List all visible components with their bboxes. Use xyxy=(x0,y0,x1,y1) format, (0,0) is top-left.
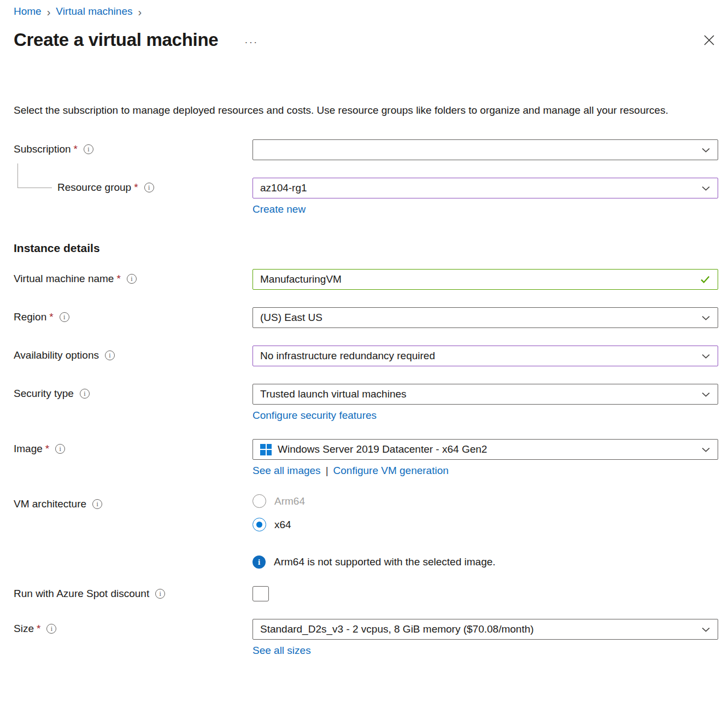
breadcrumb-separator-icon: › xyxy=(47,6,51,17)
chevron-down-icon xyxy=(701,625,711,634)
subscription-label-group: Subscription * xyxy=(14,139,253,155)
required-asterisk: * xyxy=(134,182,138,194)
see-all-sizes-link[interactable]: See all sizes xyxy=(253,645,311,657)
resource-group-label: Resource group xyxy=(57,182,131,194)
vm-name-input[interactable] xyxy=(260,273,694,285)
vm-name-field[interactable] xyxy=(253,269,718,290)
chevron-down-icon xyxy=(701,313,711,323)
security-type-label-group: Security type xyxy=(14,384,253,400)
windows-logo-icon xyxy=(260,444,272,455)
subscription-dropdown[interactable] xyxy=(253,139,718,160)
security-type-row: Security type Trusted launch virtual mac… xyxy=(14,384,718,422)
breadcrumb-separator-icon: › xyxy=(138,6,142,17)
title-row: Create a virtual machine ··· xyxy=(14,30,718,50)
spot-discount-row: Run with Azure Spot discount xyxy=(14,586,718,601)
required-asterisk: * xyxy=(45,443,49,455)
image-label-group: Image * xyxy=(14,439,253,455)
vm-architecture-row: VM architecture Arm64 x64 Arm64 is not s… xyxy=(14,494,718,569)
size-dropdown[interactable]: Standard_D2s_v3 - 2 vcpus, 8 GiB memory … xyxy=(253,619,718,640)
breadcrumb-virtual-machines-link[interactable]: Virtual machines xyxy=(56,5,132,17)
region-dropdown[interactable]: (US) East US xyxy=(253,307,718,328)
subscription-row: Subscription * xyxy=(14,139,718,160)
radio-x64-label: x64 xyxy=(274,519,291,531)
image-row: Image * Windows Server 2019 Datacenter -… xyxy=(14,439,718,477)
breadcrumb: Home › Virtual machines › xyxy=(14,4,718,19)
vm-architecture-label-group: VM architecture xyxy=(14,494,253,510)
vm-architecture-label: VM architecture xyxy=(14,498,86,510)
availability-options-label-group: Availability options xyxy=(14,346,253,361)
size-label-group: Size * xyxy=(14,619,253,635)
radio-x64[interactable]: x64 xyxy=(253,518,718,531)
create-vm-form: Subscription * Resource group * xyxy=(14,139,718,657)
security-type-value: Trusted launch virtual machines xyxy=(260,388,407,400)
close-button[interactable] xyxy=(701,32,717,48)
required-asterisk: * xyxy=(37,623,40,635)
image-dropdown[interactable]: Windows Server 2019 Datacenter - x64 Gen… xyxy=(253,439,718,460)
breadcrumb-home-link[interactable]: Home xyxy=(14,5,42,17)
radio-arm64-label: Arm64 xyxy=(274,495,305,507)
info-icon[interactable] xyxy=(46,624,56,634)
valid-check-icon xyxy=(700,274,711,285)
configure-security-features-link[interactable]: Configure security features xyxy=(253,410,377,422)
info-filled-icon xyxy=(253,555,266,569)
image-value: Windows Server 2019 Datacenter - x64 Gen… xyxy=(278,443,487,455)
region-label: Region xyxy=(14,311,46,323)
spot-discount-label-group: Run with Azure Spot discount xyxy=(14,588,253,600)
resource-group-row: Resource group * az104-rg1 Create new xyxy=(14,178,718,215)
info-icon[interactable] xyxy=(155,589,165,599)
see-all-images-link[interactable]: See all images xyxy=(253,465,321,477)
chevron-down-icon xyxy=(701,184,711,193)
availability-options-dropdown[interactable]: No infrastructure redundancy required xyxy=(253,346,718,366)
spot-discount-checkbox[interactable] xyxy=(253,586,269,601)
close-icon xyxy=(703,34,715,46)
intro-text: Select the subscription to manage deploy… xyxy=(14,102,714,119)
info-icon[interactable] xyxy=(84,144,93,154)
chevron-down-icon xyxy=(701,390,711,399)
size-label: Size xyxy=(14,623,34,635)
more-options-button[interactable]: ··· xyxy=(244,32,258,48)
info-icon[interactable] xyxy=(105,350,115,360)
section-instance-details: Instance details xyxy=(14,242,718,255)
info-icon[interactable] xyxy=(144,183,154,192)
availability-options-value: No infrastructure redundancy required xyxy=(260,350,435,362)
required-asterisk: * xyxy=(116,273,120,285)
create-new-link[interactable]: Create new xyxy=(253,203,306,215)
required-asterisk: * xyxy=(74,143,78,155)
image-label: Image xyxy=(14,443,43,455)
create-vm-page: Home › Virtual machines › Create a virtu… xyxy=(0,0,728,702)
project-details-group: Subscription * Resource group * xyxy=(14,139,718,215)
configure-vm-generation-link[interactable]: Configure VM generation xyxy=(333,465,449,477)
security-type-dropdown[interactable]: Trusted launch virtual machines xyxy=(253,384,718,405)
region-row: Region * (US) East US xyxy=(14,307,718,328)
subscription-label: Subscription xyxy=(14,143,71,155)
page-title: Create a virtual machine xyxy=(14,30,218,50)
info-icon[interactable] xyxy=(55,444,65,454)
tree-connector xyxy=(17,163,52,188)
required-asterisk: * xyxy=(49,311,53,323)
arm64-info-message: Arm64 is not supported with the selected… xyxy=(253,555,718,569)
vm-name-label-group: Virtual machine name * xyxy=(14,269,253,285)
radio-arm64: Arm64 xyxy=(253,494,718,508)
info-message-text: Arm64 is not supported with the selected… xyxy=(274,556,496,568)
chevron-down-icon xyxy=(701,145,711,155)
spot-discount-label: Run with Azure Spot discount xyxy=(14,588,149,600)
security-type-label: Security type xyxy=(14,388,74,400)
info-icon[interactable] xyxy=(80,389,90,399)
region-label-group: Region * xyxy=(14,307,253,323)
availability-options-row: Availability options No infrastructure r… xyxy=(14,346,718,366)
resource-group-value: az104-rg1 xyxy=(260,182,307,194)
radio-selected-icon xyxy=(253,518,266,531)
link-divider: | xyxy=(326,465,328,477)
info-icon[interactable] xyxy=(60,312,69,322)
info-icon[interactable] xyxy=(127,274,137,284)
chevron-down-icon xyxy=(701,445,711,454)
info-icon[interactable] xyxy=(92,499,102,509)
size-value: Standard_D2s_v3 - 2 vcpus, 8 GiB memory … xyxy=(260,623,534,635)
vm-name-row: Virtual machine name * xyxy=(14,269,718,290)
resource-group-dropdown[interactable]: az104-rg1 xyxy=(253,178,718,198)
availability-options-label: Availability options xyxy=(14,349,99,361)
radio-icon xyxy=(253,494,266,508)
vm-name-label: Virtual machine name xyxy=(14,273,114,285)
size-row: Size * Standard_D2s_v3 - 2 vcpus, 8 GiB … xyxy=(14,619,718,657)
chevron-down-icon xyxy=(701,352,711,361)
